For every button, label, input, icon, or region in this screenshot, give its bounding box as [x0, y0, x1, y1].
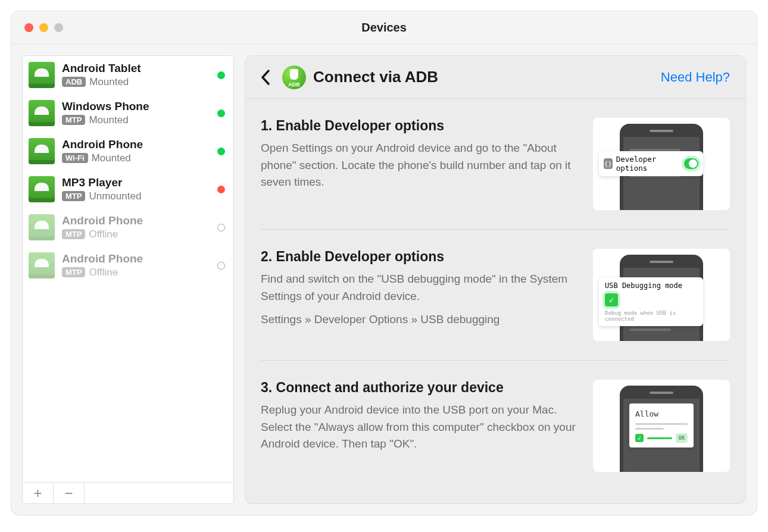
- device-status: Offline: [89, 229, 118, 240]
- step-body: Replug your Android device into the USB …: [261, 402, 576, 453]
- step-title: 2. Enable Developer options: [261, 249, 576, 265]
- step-row: 1. Enable Developer optionsOpen Settings…: [261, 99, 730, 229]
- device-status: Mounted: [89, 114, 128, 126]
- chip-sublabel: Debug mode when USB is connected: [605, 310, 697, 322]
- protocol-badge: MTP: [62, 229, 85, 239]
- illustration-chip: USB Debugging mode✓Debug mode when USB i…: [599, 277, 703, 326]
- step-path: Settings » Developer Options » USB debug…: [261, 313, 576, 326]
- device-icon: [29, 138, 55, 164]
- illustration-phone: Allow✓OK: [620, 386, 703, 472]
- device-meta: Wi-FiMounted: [62, 152, 210, 164]
- illustration-chip: {}Developer options: [599, 151, 703, 176]
- window-title: Devices: [11, 21, 757, 35]
- main-panel: ADB Connect via ADB Need Help? 1. Enable…: [245, 55, 746, 504]
- device-item[interactable]: Android PhoneMTPOffline: [23, 246, 233, 284]
- chevron-left-icon: [261, 70, 270, 85]
- status-dot-icon: [217, 186, 225, 193]
- chip-label: Developer options: [616, 155, 678, 173]
- device-info: Android PhoneMTPOffline: [62, 252, 210, 278]
- device-item[interactable]: Android PhoneWi-FiMounted: [23, 132, 233, 170]
- step-title: 1. Enable Developer options: [261, 118, 576, 134]
- device-name: Android Phone: [62, 214, 210, 227]
- ok-button-icon: OK: [676, 433, 688, 443]
- device-icon: [29, 176, 55, 202]
- checkbox-icon: ✓: [635, 434, 644, 442]
- step-body: Find and switch on the "USB debugging mo…: [261, 271, 576, 305]
- device-meta: ADBMounted: [62, 76, 210, 88]
- device-icon: [29, 214, 55, 240]
- device-status: Unmounted: [89, 190, 141, 202]
- step-illustration: Allow✓OK: [593, 380, 730, 472]
- device-item[interactable]: MP3 PlayerMTPUnmounted: [23, 170, 233, 208]
- main-header: ADB Connect via ADB Need Help?: [245, 56, 745, 99]
- toggle-on-icon: [684, 158, 698, 169]
- step-text: 2. Enable Developer optionsFind and swit…: [261, 249, 576, 341]
- device-name: Android Tablet: [62, 62, 210, 75]
- step-row: 3. Connect and authorize your deviceRepl…: [261, 360, 730, 491]
- titlebar: Devices: [11, 11, 757, 45]
- device-icon: [29, 252, 55, 278]
- protocol-badge: MTP: [62, 267, 85, 277]
- device-info: Windows PhoneMTPMounted: [62, 100, 210, 126]
- device-info: MP3 PlayerMTPUnmounted: [62, 176, 210, 202]
- protocol-badge: Wi-Fi: [62, 153, 88, 163]
- main-title: Connect via ADB: [313, 68, 661, 86]
- status-dot-icon: [217, 71, 225, 79]
- back-button[interactable]: [256, 65, 275, 89]
- app-window: Devices Android TabletADBMountedWindows …: [11, 11, 757, 515]
- illustration-allow-card: Allow✓OK: [629, 403, 694, 447]
- device-item[interactable]: Android PhoneMTPOffline: [23, 208, 233, 246]
- check-icon: ✓: [605, 293, 618, 306]
- device-icon: [29, 62, 55, 88]
- content: Android TabletADBMountedWindows PhoneMTP…: [11, 45, 757, 515]
- step-text: 3. Connect and authorize your deviceRepl…: [261, 380, 576, 472]
- device-meta: MTPOffline: [62, 267, 210, 278]
- remove-device-button[interactable]: −: [54, 483, 85, 503]
- device-status: Mounted: [92, 152, 131, 164]
- illustration-phone: {}Developer options: [620, 124, 703, 210]
- device-meta: MTPOffline: [62, 229, 210, 240]
- device-name: MP3 Player: [62, 176, 210, 189]
- device-name: Android Phone: [62, 138, 210, 151]
- device-info: Android TabletADBMounted: [62, 62, 210, 88]
- add-device-button[interactable]: +: [23, 483, 54, 503]
- sidebar: Android TabletADBMountedWindows PhoneMTP…: [22, 55, 234, 504]
- step-row: 2. Enable Developer optionsFind and swit…: [261, 229, 730, 360]
- device-name: Windows Phone: [62, 100, 210, 113]
- device-list: Android TabletADBMountedWindows PhoneMTP…: [23, 56, 233, 482]
- status-dot-icon: [217, 262, 225, 270]
- protocol-badge: MTP: [62, 115, 85, 125]
- code-icon: {}: [604, 158, 613, 169]
- chip-label: USB Debugging mode: [605, 281, 682, 290]
- device-info: Android PhoneWi-FiMounted: [62, 138, 210, 164]
- device-item[interactable]: Android TabletADBMounted: [23, 56, 233, 94]
- status-dot-icon: [217, 109, 225, 117]
- step-illustration: AllowUSB Debugging mode✓Debug mode when …: [593, 249, 730, 341]
- step-body: Open Settings on your Android device and…: [261, 140, 576, 191]
- device-name: Android Phone: [62, 252, 210, 265]
- device-icon: [29, 100, 55, 126]
- device-status: Mounted: [89, 76, 129, 88]
- protocol-badge: ADB: [62, 77, 86, 87]
- need-help-link[interactable]: Need Help?: [661, 70, 730, 85]
- illustration-phone: AllowUSB Debugging mode✓Debug mode when …: [620, 255, 703, 341]
- steps-container: 1. Enable Developer optionsOpen Settings…: [245, 99, 745, 503]
- adb-icon: ADB: [282, 65, 306, 89]
- sidebar-footer: + −: [23, 482, 233, 503]
- step-title: 3. Connect and authorize your device: [261, 380, 576, 396]
- device-status: Offline: [89, 267, 118, 278]
- device-meta: MTPMounted: [62, 114, 210, 126]
- device-info: Android PhoneMTPOffline: [62, 214, 210, 240]
- device-meta: MTPUnmounted: [62, 190, 210, 202]
- step-illustration: {}Developer options: [593, 118, 730, 210]
- status-dot-icon: [217, 224, 225, 231]
- step-text: 1. Enable Developer optionsOpen Settings…: [261, 118, 576, 210]
- device-item[interactable]: Windows PhoneMTPMounted: [23, 94, 233, 132]
- status-dot-icon: [217, 148, 225, 155]
- allow-title: Allow: [635, 409, 688, 418]
- protocol-badge: MTP: [62, 191, 85, 201]
